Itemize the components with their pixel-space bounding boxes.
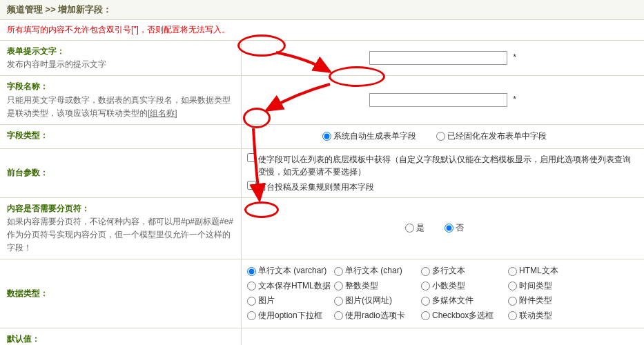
row-data-type: 数据类型： 单行文本 (varchar) 单行文本 (char) 多行文本 HT…: [0, 259, 644, 328]
input-prompt-text[interactable]: [369, 51, 507, 65]
label-default-title: 默认值：: [7, 333, 235, 345]
radio-dt-14[interactable]: Checkbox多选框: [421, 308, 497, 324]
checkbox-disable-front[interactable]: 前台投稿及采集规则禁用本字段: [247, 181, 638, 193]
label-page-title: 内容是否需要分页符：: [7, 202, 235, 215]
breadcrumb: 频道管理 >> 增加新字段：: [0, 0, 644, 20]
radio-dt-0[interactable]: 单行文本 (varchar): [247, 264, 323, 279]
radio-dt-13[interactable]: 使用radio选项卡: [334, 308, 410, 324]
label-fieldname-desc: 只能用英文字母或数字，数据表的真实字段名，如果数据类型是联动类型，该项应该填写联…: [7, 94, 235, 120]
radio-dt-9[interactable]: 图片(仅网址): [334, 293, 410, 308]
label-frontparam-title: 前台参数：: [7, 166, 48, 179]
radio-dt-1[interactable]: 单行文本 (char): [334, 264, 410, 279]
input-field-name[interactable]: [369, 93, 507, 107]
radio-dt-12[interactable]: 使用option下拉框: [247, 308, 323, 324]
label-prompt-title: 表单提示文字：: [7, 45, 235, 58]
radio-dt-2[interactable]: 多行文本: [421, 264, 497, 279]
row-field-type: 字段类型： 系统自动生成表单字段 已经固化在发布表单中字段: [0, 125, 644, 149]
row-default-value: 默认值： 如果定义数据类型为select、radio、checkbox时，此处填…: [0, 328, 644, 345]
row-field-name: 字段名称： 只能用英文字母或数字，数据表的真实字段名，如果数据类型是联动类型，该…: [0, 76, 644, 125]
label-prompt-desc: 发布内容时显示的提示文字: [7, 58, 235, 71]
fieldname-required-star: *: [513, 92, 516, 108]
radio-dt-6[interactable]: 小数类型: [421, 279, 497, 294]
radio-dt-3[interactable]: HTML文本: [508, 264, 584, 279]
label-fieldtype-title: 字段类型：: [7, 129, 235, 142]
radio-dt-4[interactable]: 文本保存HTML数据: [247, 279, 323, 294]
warning-text: 所有填写的内容不允许包含双引号["]，否则配置将无法写入。: [0, 20, 644, 41]
row-page-break: 内容是否需要分页符： 如果内容需要分页符，不论何种内容，都可以用#p#副标题#e…: [0, 198, 644, 260]
radio-dt-11[interactable]: 附件类型: [508, 293, 584, 308]
radio-dt-7[interactable]: 时间类型: [508, 279, 584, 294]
label-datatype-title: 数据类型：: [7, 287, 48, 300]
radio-dt-5[interactable]: 整数类型: [334, 279, 410, 294]
radio-dt-8[interactable]: 图片: [247, 293, 323, 308]
datatype-option-grid: 单行文本 (varchar) 单行文本 (char) 多行文本 HTML文本 文…: [247, 264, 638, 323]
row-front-param: 前台参数： 使字段可以在列表的底层模板中获得（自定义字段默认仅能在文档模板显示，…: [0, 149, 644, 198]
radio-dt-15[interactable]: 联动类型: [508, 308, 584, 324]
radio-fieldtype-fixed[interactable]: 已经固化在发布表单中字段: [436, 129, 547, 144]
radio-fieldtype-auto[interactable]: 系统自动生成表单字段: [322, 129, 416, 144]
radio-page-yes[interactable]: 是: [405, 221, 425, 236]
row-prompt-text: 表单提示文字： 发布内容时显示的提示文字 *: [0, 41, 644, 76]
label-fieldname-title: 字段名称：: [7, 80, 235, 93]
label-page-desc: 如果内容需要分页符，不论何种内容，都可以用#p#副标题#e#作为分页符号实现内容…: [7, 215, 235, 255]
prompt-required-star: *: [513, 50, 516, 66]
radio-page-no[interactable]: 否: [445, 221, 464, 236]
radio-dt-10[interactable]: 多媒体文件: [421, 293, 497, 308]
checkbox-list-template[interactable]: 使字段可以在列表的底层模板中获得（自定义字段默认仅能在文档模板显示，启用此选项将…: [247, 153, 638, 178]
